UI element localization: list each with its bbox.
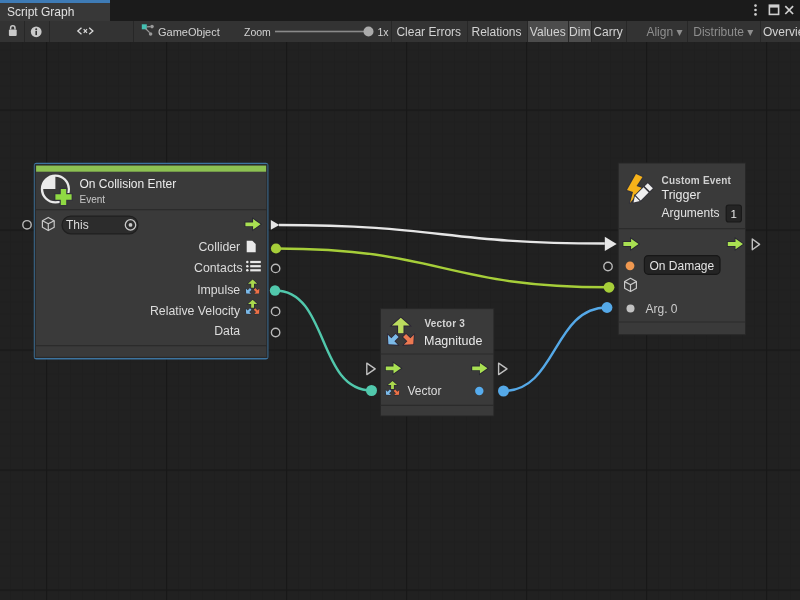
svg-text:This: This [66,218,89,232]
svg-text:Arguments: Arguments [662,206,720,220]
svg-text:Collider: Collider [198,240,240,254]
svg-text:Impulse: Impulse [197,283,240,297]
svg-text:Vector 3: Vector 3 [425,318,466,329]
svg-text:On Damage: On Damage [650,259,715,273]
svg-text:On Collision Enter: On Collision Enter [80,177,177,191]
svg-text:Contacts: Contacts [194,261,243,275]
svg-text:Vector: Vector [408,384,442,398]
svg-text:Relative Velocity: Relative Velocity [150,304,241,318]
svg-text:Data: Data [214,324,240,338]
svg-text:Trigger: Trigger [662,188,701,202]
svg-text:Custom Event: Custom Event [662,175,732,186]
svg-text:Event: Event [80,194,106,205]
svg-text:1: 1 [731,208,737,220]
svg-text:Arg. 0: Arg. 0 [646,302,678,316]
svg-text:Magnitude: Magnitude [424,334,482,348]
